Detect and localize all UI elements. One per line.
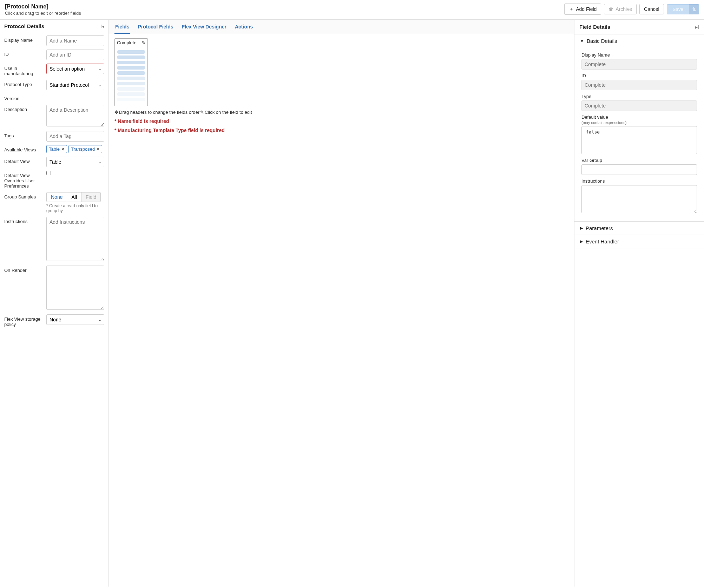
header-title-block: [Protocol Name] Click and drag to edit o…: [5, 4, 81, 16]
r-default-value-code[interactable]: false: [581, 126, 697, 154]
acc-event-handler-head[interactable]: ▶ Event Handler: [574, 235, 704, 248]
archive-label: Archive: [616, 6, 632, 12]
label-on-render: On Render: [4, 266, 46, 273]
error-name-required: * Name field is required: [114, 118, 568, 124]
tags-input[interactable]: [46, 131, 104, 142]
field-details-panel: Field Details ▸I ▼ Basic Details Display…: [574, 20, 704, 587]
display-name-input[interactable]: [46, 35, 104, 46]
skeleton-row: [117, 61, 145, 64]
r-label-default-value-sub: (may contain expressions): [581, 120, 697, 125]
acc-basic-title: Basic Details: [587, 38, 617, 44]
protocol-type-select[interactable]: Standard Protocol: [46, 80, 104, 90]
skeleton-row: [117, 92, 145, 96]
skeleton-row: [117, 66, 145, 70]
tab-fields[interactable]: Fields: [114, 20, 130, 34]
available-views-chips: Table ✕ Transposed ✕: [46, 145, 104, 153]
pencil-icon[interactable]: ✎: [142, 40, 145, 45]
label-protocol-type: Protocol Type: [4, 80, 46, 87]
r-id-value: Complete: [581, 80, 697, 90]
pencil-icon: ✎: [200, 110, 204, 115]
label-default-view: Default View: [4, 157, 46, 164]
acc-parameters-title: Parameters: [586, 225, 613, 231]
label-id: ID: [4, 50, 46, 57]
skeleton-row: [117, 55, 145, 59]
field-card-body: [115, 47, 147, 106]
r-var-group-input[interactable]: [581, 164, 697, 175]
row-id: ID: [4, 50, 104, 60]
r-instructions-textarea[interactable]: [581, 185, 697, 213]
row-instructions: Instructions: [4, 217, 104, 262]
field-card-title: Complete: [117, 40, 137, 45]
row-tags: Tags: [4, 131, 104, 142]
chip-transposed[interactable]: Transposed ✕: [68, 145, 102, 153]
r-label-id: ID: [581, 73, 697, 78]
field-card-complete[interactable]: Complete ✎: [114, 38, 148, 106]
on-render-textarea[interactable]: [46, 266, 104, 310]
skeleton-row: [117, 87, 145, 91]
label-display-name: Display Name: [4, 35, 46, 43]
r-label-var-group: Var Group: [581, 158, 697, 163]
move-icon: ✥: [114, 110, 118, 115]
row-available-views: Available Views Table ✕ Transposed ✕: [4, 145, 104, 153]
field-card-head[interactable]: Complete ✎: [115, 39, 147, 47]
hint-drag: Drag headers to change the fields order: [119, 110, 199, 115]
use-manufacturing-select[interactable]: Select an option: [46, 64, 104, 74]
protocol-details-panel: Protocol Details I◂ Display Name ID Use …: [0, 20, 109, 587]
tab-actions[interactable]: Actions: [234, 20, 254, 34]
skeleton-row: [117, 50, 145, 54]
center-hints: ✥ Drag headers to change the fields orde…: [114, 110, 568, 115]
acc-parameters-head[interactable]: ▶ Parameters: [574, 222, 704, 235]
save-options-button[interactable]: ⇅: [689, 4, 699, 14]
close-icon[interactable]: ✕: [61, 147, 65, 152]
page-title: [Protocol Name]: [5, 4, 81, 10]
row-flex-view-storage: Flex View storage policy None ⌄: [4, 314, 104, 327]
row-on-render: On Render: [4, 266, 104, 311]
flex-view-storage-select[interactable]: None: [46, 314, 104, 325]
acc-basic-head[interactable]: ▼ Basic Details: [574, 34, 704, 47]
chip-label: Transposed: [71, 146, 95, 152]
add-field-button[interactable]: ＋ Add Field: [564, 4, 601, 15]
r-label-display-name: Display Name: [581, 52, 697, 58]
header-actions: ＋ Add Field 🗑 Archive Cancel Save ⇅: [564, 4, 699, 15]
archive-button[interactable]: 🗑 Archive: [604, 4, 637, 14]
chip-table[interactable]: Table ✕: [46, 145, 67, 153]
row-description: Description: [4, 105, 104, 128]
left-panel-title: Protocol Details: [4, 23, 44, 29]
id-input[interactable]: [46, 50, 104, 60]
r-label-type: Type: [581, 94, 697, 99]
save-button[interactable]: Save: [667, 4, 689, 14]
page-subtitle: Click and drag to edit or reorder fields: [5, 11, 81, 16]
skeleton-row: [117, 98, 145, 101]
acc-basic-body: Display Name Complete ID Complete Type C…: [574, 47, 704, 221]
row-display-name: Display Name: [4, 35, 104, 46]
label-description: Description: [4, 105, 46, 112]
label-use-manufacturing: Use in manufacturing: [4, 64, 46, 76]
default-view-select[interactable]: Table: [46, 157, 104, 167]
close-icon[interactable]: ✕: [96, 147, 100, 152]
plus-icon: ＋: [569, 6, 574, 12]
tab-flex-view-designer[interactable]: Flex View Designer: [181, 20, 227, 34]
tab-protocol-fields[interactable]: Protocol Fields: [137, 20, 174, 34]
label-group-samples: Group Samples: [4, 192, 46, 200]
left-panel-head: Protocol Details I◂: [0, 20, 108, 35]
collapse-left-icon[interactable]: I◂: [100, 24, 104, 29]
center-tabs: Fields Protocol Fields Flex View Designe…: [109, 20, 574, 34]
row-group-samples: Group Samples None All Field * Create a …: [4, 192, 104, 213]
add-field-label: Add Field: [576, 6, 597, 12]
default-view-overrides-checkbox[interactable]: [46, 171, 51, 175]
acc-basic-details: ▼ Basic Details Display Name Complete ID…: [574, 34, 704, 222]
label-flex-view-storage: Flex View storage policy: [4, 314, 46, 327]
collapse-right-icon[interactable]: ▸I: [695, 24, 699, 30]
group-samples-all[interactable]: All: [67, 192, 81, 202]
trash-icon: 🗑: [608, 6, 613, 12]
label-instructions: Instructions: [4, 217, 46, 224]
acc-parameters: ▶ Parameters: [574, 222, 704, 235]
group-samples-none[interactable]: None: [47, 192, 67, 202]
caret-right-icon: ▶: [580, 239, 583, 244]
acc-event-handler-title: Event Handler: [586, 239, 619, 244]
instructions-textarea[interactable]: [46, 217, 104, 261]
error-manufacturing-required: * Manufacturing Template Type field is r…: [114, 128, 568, 133]
cancel-button[interactable]: Cancel: [639, 4, 664, 14]
skeleton-row: [117, 71, 145, 75]
description-textarea[interactable]: [46, 105, 104, 126]
